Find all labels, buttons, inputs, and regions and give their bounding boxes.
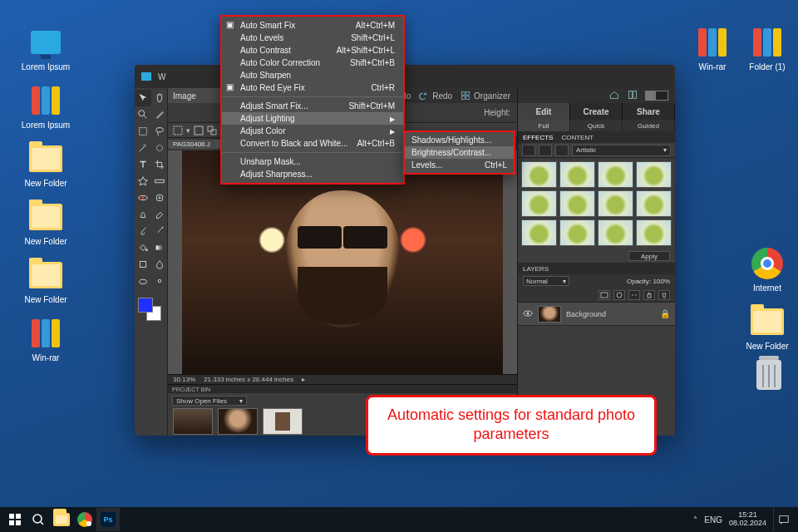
layer-row-background[interactable]: Background 🔒 — [518, 303, 675, 326]
desktop-icon-internet[interactable]: Internet — [741, 246, 793, 293]
smart-brush-tool[interactable] — [151, 223, 168, 239]
desktop-icon-nf-3[interactable]: New Folder — [20, 258, 71, 305]
home-icon[interactable] — [608, 90, 620, 101]
fx-filter-icon[interactable] — [522, 145, 535, 156]
effect-thumb[interactable] — [521, 219, 557, 246]
apply-button[interactable]: Apply — [628, 251, 670, 261]
mode-share[interactable]: Share — [623, 103, 675, 120]
move-tool[interactable] — [135, 90, 151, 106]
photoshop-app[interactable]: Ps — [96, 508, 120, 531]
submenu-item[interactable]: Levels...Ctrl+L — [405, 159, 514, 171]
detail-brush-tool[interactable] — [151, 273, 168, 289]
mode-new-icon[interactable] — [194, 126, 204, 135]
desktop-icon-winrar-2[interactable]: Win-rar — [687, 25, 738, 72]
effect-thumb[interactable] — [521, 190, 557, 217]
effect-thumb[interactable] — [598, 161, 633, 188]
gradient-tool[interactable] — [151, 239, 168, 256]
sponge-tool[interactable] — [135, 273, 151, 289]
marquee-tool[interactable] — [135, 123, 151, 140]
submode-guided[interactable]: Guided — [623, 120, 675, 131]
chrome-app[interactable] — [73, 508, 96, 531]
panel-tab-effects[interactable]: EFFECTS — [523, 134, 553, 141]
link-layers-icon[interactable] — [628, 290, 640, 300]
bin-thumb-1[interactable] — [173, 408, 213, 435]
doc-tab-1[interactable]: PAG30408.J — [168, 140, 215, 149]
effect-thumb[interactable] — [598, 219, 633, 246]
explorer-app[interactable] — [50, 508, 73, 531]
tray-language[interactable]: ENG — [704, 515, 722, 525]
organizer-button[interactable]: Organizer — [461, 91, 510, 101]
submode-full[interactable]: Full — [518, 120, 570, 131]
redeye-tool[interactable] — [135, 190, 151, 206]
effect-thumb[interactable] — [559, 219, 595, 246]
tray-chevron-icon[interactable]: ˄ — [693, 515, 697, 525]
bin-thumb-2[interactable] — [218, 408, 258, 435]
crop-tool[interactable] — [151, 156, 168, 173]
menu-item[interactable]: Adjust Sharpness... — [222, 168, 403, 180]
effect-thumb[interactable] — [636, 219, 672, 246]
tray-clock[interactable]: 15:21 08.02.2024 — [729, 511, 766, 528]
menu-item[interactable]: Auto Sharpen — [222, 69, 403, 81]
effect-thumb[interactable] — [636, 190, 672, 217]
effect-thumb[interactable] — [521, 161, 557, 188]
mode-create[interactable]: Create — [570, 103, 623, 120]
mode-edit[interactable]: Edit — [518, 103, 570, 120]
menu-item[interactable]: Unsharp Mask... — [222, 155, 403, 168]
healing-tool[interactable] — [151, 190, 168, 206]
show-open-files[interactable]: Show Open Files▾ — [172, 396, 247, 406]
desktop-icon-nf-1[interactable]: New Folder — [20, 141, 71, 189]
menu-item[interactable]: Convert to Black and White...Alt+Ctrl+B — [222, 137, 403, 150]
effect-thumb[interactable] — [598, 190, 633, 217]
redo-button[interactable]: Redo — [419, 91, 452, 101]
notifications-icon[interactable] — [773, 508, 793, 531]
bucket-tool[interactable] — [135, 239, 151, 256]
menu-item[interactable]: Auto LevelsShift+Ctrl+L — [222, 32, 403, 44]
search-toggle[interactable] — [645, 91, 668, 101]
desktop-icon-nf-4[interactable]: New Folder — [741, 304, 793, 352]
menu-item[interactable]: Adjust Lighting▶ — [222, 112, 403, 125]
blend-mode-select[interactable]: Normal▾ — [523, 276, 569, 286]
desktop-icon-lorem-1[interactable]: Lorem Ipsum — [20, 25, 71, 72]
panel-tab-content[interactable]: CONTENT — [561, 134, 594, 141]
shape-tool[interactable] — [135, 256, 151, 273]
effect-thumb[interactable] — [559, 190, 595, 217]
wand-tool[interactable] — [135, 140, 151, 156]
effect-thumb[interactable] — [636, 161, 672, 188]
bin-thumb-3[interactable] — [263, 408, 303, 435]
fx-preset-select[interactable]: Artistic▾ — [572, 145, 671, 156]
menu-item[interactable]: Auto Color CorrectionShift+Ctrl+B — [222, 57, 403, 69]
visibility-icon[interactable] — [523, 309, 533, 319]
blur-tool[interactable] — [151, 256, 168, 273]
clone-tool[interactable] — [135, 206, 151, 223]
desktop-icon-trash[interactable] — [743, 357, 795, 395]
zoom-tool[interactable] — [135, 106, 151, 123]
submenu-item[interactable]: Shadows/Highlights... — [405, 134, 514, 146]
lasso-tool[interactable] — [151, 123, 168, 140]
hand-tool[interactable] — [151, 90, 168, 106]
new-layer-icon[interactable] — [598, 290, 610, 300]
lock-layers-icon[interactable] — [643, 290, 655, 300]
selection-brush-tool[interactable] — [151, 140, 168, 156]
eraser-tool[interactable] — [151, 206, 168, 223]
menu-item[interactable]: ▣Auto Red Eye FixCtrl+R — [222, 81, 403, 94]
menu-item[interactable]: Adjust Color▶ — [222, 125, 403, 137]
color-swatch[interactable] — [135, 294, 168, 324]
cookie-cutter-tool[interactable] — [135, 173, 151, 190]
mode-add-icon[interactable] — [207, 126, 217, 135]
delete-layer-icon[interactable] — [658, 290, 670, 300]
submode-quick[interactable]: Quick — [570, 120, 623, 131]
submenu-item[interactable]: Brightness/Contrast... — [405, 146, 514, 159]
menu-image[interactable]: Image — [173, 91, 196, 101]
menu-item[interactable]: Auto ContrastAlt+Shift+Ctrl+L — [222, 44, 403, 57]
menu-item[interactable]: ▣Auto Smart FixAlt+Ctrl+M — [222, 19, 403, 32]
desktop-icon-nf-2[interactable]: New Folder — [20, 200, 71, 247]
desktop-icon-lorem-2[interactable]: Lorem Ipsum — [20, 83, 71, 131]
brush-tool[interactable] — [135, 223, 151, 239]
search-button[interactable] — [27, 508, 50, 531]
fx-photo-icon[interactable] — [555, 145, 569, 156]
menu-item[interactable]: Adjust Smart Fix...Shift+Ctrl+M — [222, 100, 403, 112]
eyedropper-tool[interactable] — [151, 106, 168, 123]
straighten-tool[interactable] — [151, 173, 168, 190]
titlebar[interactable]: W — [135, 65, 675, 88]
desktop-icon-winrar-1[interactable]: Win-rar — [20, 316, 71, 363]
